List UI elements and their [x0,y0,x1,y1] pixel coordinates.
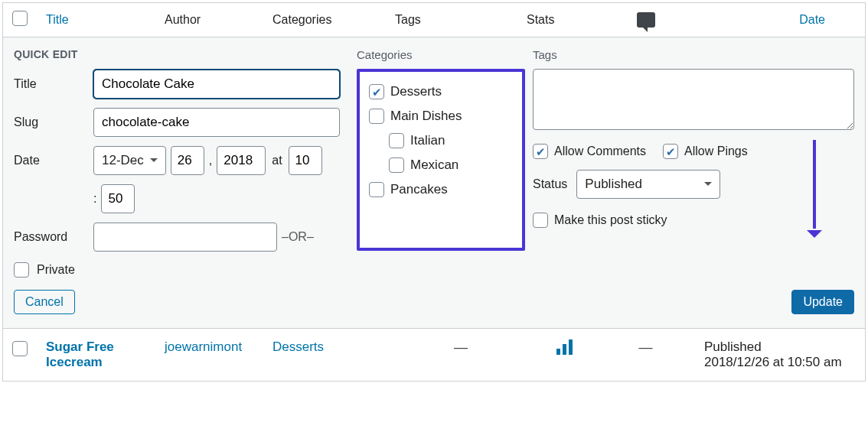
day-input[interactable] [171,146,204,175]
category-item-italian[interactable]: Italian [366,128,516,153]
table-row: Sugar Free Icecream joewarnimont Dessert… [3,329,865,381]
month-select[interactable]: 12-Dec [93,146,166,175]
column-tags: Tags [395,13,527,27]
column-title[interactable]: Title [46,13,165,27]
category-checkbox[interactable] [389,133,404,148]
bar-chart-icon [556,339,573,355]
tags-heading: Tags [533,48,854,61]
row-comments: — [602,339,689,356]
category-item-main-dishes[interactable]: Main Dishes [366,104,516,128]
label-slug: Slug [14,115,93,129]
category-checkbox[interactable] [369,182,384,197]
tags-input[interactable] [533,69,854,130]
categories-heading: Categories [357,48,525,61]
label-allow-comments: Allow Comments [554,145,646,158]
column-stats: Stats [527,13,602,27]
row-date: Published 2018/12/26 at 10:50 am [689,339,856,370]
label-status: Status [533,177,567,191]
label-password: Password [14,230,93,244]
title-input[interactable] [93,70,340,99]
time-colon: : [93,192,96,206]
label-allow-pings: Allow Pings [684,145,748,158]
column-date[interactable]: Date [689,13,856,27]
update-button[interactable]: Update [791,290,854,314]
column-comments-icon[interactable] [602,12,689,28]
categories-box[interactable]: Desserts Main Dishes Italian Mexican [357,69,525,251]
category-checkbox[interactable] [369,109,384,124]
row-stats-icon[interactable] [527,339,602,355]
label-private: Private [37,263,75,277]
password-input[interactable] [93,222,277,252]
at-separator: at [270,154,283,167]
comment-icon [637,12,655,28]
quick-edit-heading: QUICK EDIT [14,48,349,60]
select-all-checkbox[interactable] [12,11,28,26]
private-checkbox[interactable] [14,262,29,278]
annotation-arrow [813,140,816,229]
status-select[interactable]: Published [576,170,720,199]
column-author: Author [165,13,272,27]
category-label: Italian [410,133,445,148]
quick-edit-panel: QUICK EDIT Title Slug Date 12-Dec , [3,37,865,329]
row-category-link[interactable]: Desserts [272,339,395,355]
label-date: Date [14,154,93,167]
category-item-desserts[interactable]: Desserts [366,80,516,104]
category-label: Main Dishes [390,109,462,124]
slug-input[interactable] [93,108,340,137]
category-checkbox[interactable] [389,158,404,173]
label-sticky: Make this post sticky [554,213,667,227]
column-categories: Categories [272,13,395,27]
row-author-link[interactable]: joewarnimont [165,339,272,355]
row-tags: — [395,339,527,356]
hour-input[interactable] [289,146,322,175]
sticky-checkbox[interactable] [533,213,548,228]
allow-comments-checkbox[interactable] [533,144,548,159]
year-input[interactable] [217,146,266,175]
category-label: Mexican [410,158,458,173]
row-title-link[interactable]: Sugar Free Icecream [46,339,165,370]
allow-pings-checkbox[interactable] [663,144,678,159]
or-separator: –OR– [277,230,318,244]
row-checkbox[interactable] [12,341,28,356]
category-item-pancakes[interactable]: Pancakes [366,177,516,202]
category-item-mexican[interactable]: Mexican [366,153,516,177]
category-label: Pancakes [390,182,448,197]
cancel-button[interactable]: Cancel [14,290,75,314]
label-title: Title [14,77,93,91]
table-header: Title Author Categories Tags Stats Date [3,3,865,37]
category-checkbox[interactable] [369,84,384,99]
category-label: Desserts [390,84,442,99]
minute-input[interactable] [101,184,135,213]
